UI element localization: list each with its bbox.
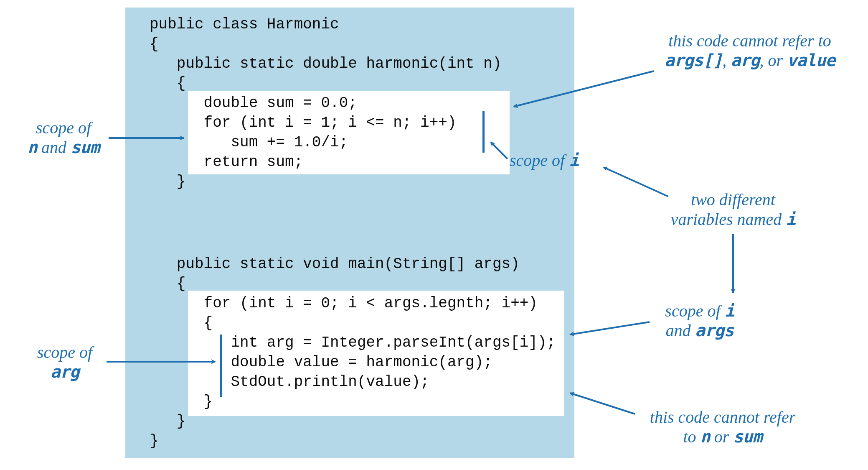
code-line-10: public static void main(String[] args)	[150, 254, 520, 274]
annotation-cannot-refer-n: this code cannot refer to n or sum	[629, 408, 817, 447]
svg-line-7	[570, 393, 635, 414]
annotation-text: scope of	[510, 151, 569, 170]
code-line-16: StdOut.println(value);	[150, 372, 429, 392]
annotation-text: this code cannot refer	[650, 408, 795, 427]
annotation-code-i: i	[569, 151, 579, 170]
code-line-17: }	[150, 392, 213, 411]
code-line-9: }	[150, 172, 185, 192]
annotation-text: two different	[691, 190, 775, 209]
annotation-text: , or	[759, 51, 787, 70]
annotation-code-arg: arg	[50, 362, 79, 381]
code-line-11: {	[150, 274, 185, 294]
code-line-5: double sum = 0.0;	[150, 93, 357, 113]
annotation-scope-arg: scope of arg	[25, 343, 104, 382]
annotation-two-different-i: two different variables named i	[658, 190, 808, 229]
code-line-18: }	[150, 411, 185, 431]
scope-bar-i-harmonic	[482, 111, 485, 153]
code-line-2: {	[150, 34, 159, 54]
code-line-7: sum += 1.0/i;	[150, 133, 348, 152]
annotation-cannot-refer-args: this code cannot refer to args[], arg, o…	[645, 31, 854, 70]
code-line-1: public class Harmonic	[150, 15, 339, 34]
code-line-3: public static double harmonic(int n)	[150, 54, 502, 74]
code-line-4: {	[150, 74, 185, 93]
annotation-text: or	[710, 427, 733, 446]
code-line-12: for (int i = 0; i < args.legnth; i++)	[150, 294, 538, 313]
annotation-code-args: args	[695, 321, 733, 340]
annotation-scope-n-sum: scope of n and sum	[22, 118, 105, 157]
annotation-code-i: i	[725, 301, 734, 320]
annotation-code-value: value	[787, 51, 835, 70]
annotation-code-args-array: args[]	[665, 51, 723, 70]
code-line-8: return sum;	[150, 152, 303, 172]
annotation-code-n: n	[28, 138, 37, 157]
annotation-text: scope of	[665, 301, 724, 320]
annotation-code-sum: sum	[71, 138, 99, 157]
annotation-scope-of-i: scope of i	[510, 151, 579, 170]
code-line-15: double value = harmonic(arg);	[150, 352, 492, 372]
code-line-19: }	[150, 431, 159, 451]
annotation-text: ,	[722, 51, 731, 70]
annotation-text: and	[666, 321, 695, 340]
code-line-6: for (int i = 1; i <= n; i++)	[150, 113, 457, 133]
code-line-14: int arg = Integer.parseInt(args[i]);	[150, 333, 556, 352]
annotation-text: variables named	[671, 210, 786, 229]
annotation-scope-i-args: scope of i and args	[652, 301, 748, 340]
annotation-text: scope of	[36, 118, 91, 137]
annotation-code-n: n	[700, 427, 710, 446]
annotation-text: and	[37, 138, 71, 157]
annotation-text: this code cannot refer to	[668, 31, 831, 50]
annotation-code-arg: arg	[731, 51, 759, 70]
annotation-code-i: i	[786, 209, 795, 229]
svg-line-6	[570, 322, 650, 335]
annotation-text: scope of	[37, 343, 92, 362]
code-line-13: {	[150, 313, 213, 333]
annotation-text: to	[683, 427, 700, 446]
annotation-code-sum: sum	[733, 427, 762, 446]
